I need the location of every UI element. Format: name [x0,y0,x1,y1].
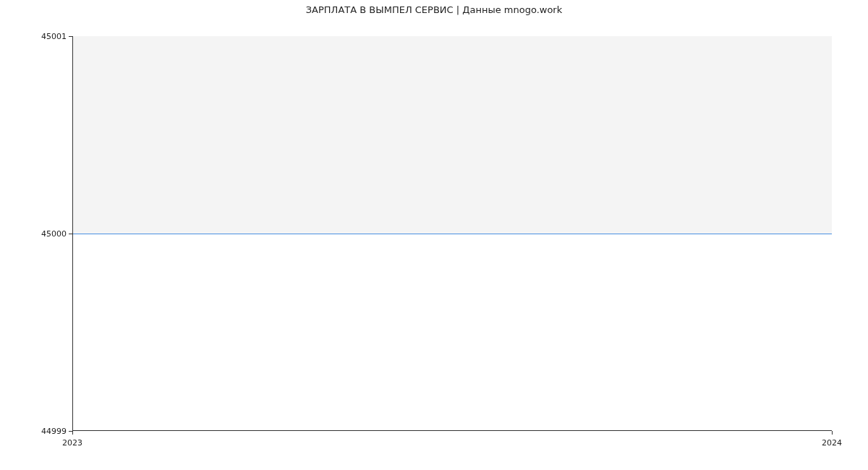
x-tick [832,431,833,435]
x-tick [72,431,73,435]
series-line [73,234,832,234]
x-tick-label: 2023 [62,438,82,448]
plot-area [72,36,832,431]
y-tick-label: 45001 [0,32,67,41]
area-fill [73,36,832,234]
x-tick-label: 2024 [822,438,842,448]
salary-chart: ЗАРПЛАТА В ВЫМПЕЛ СЕРВИС | Данные mnogo.… [0,0,868,470]
y-tick-label: 45000 [0,229,67,239]
chart-title: ЗАРПЛАТА В ВЫМПЕЛ СЕРВИС | Данные mnogo.… [0,4,868,15]
y-tick-label: 44999 [0,427,67,436]
